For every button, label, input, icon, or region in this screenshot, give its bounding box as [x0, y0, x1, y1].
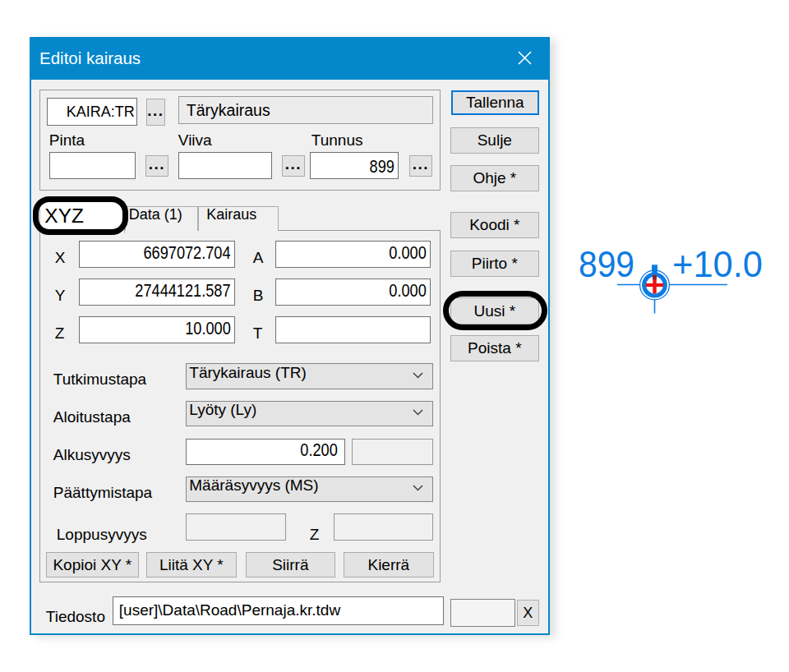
- svg-text:+10.0: +10.0: [672, 243, 763, 285]
- svg-text:899: 899: [579, 243, 634, 285]
